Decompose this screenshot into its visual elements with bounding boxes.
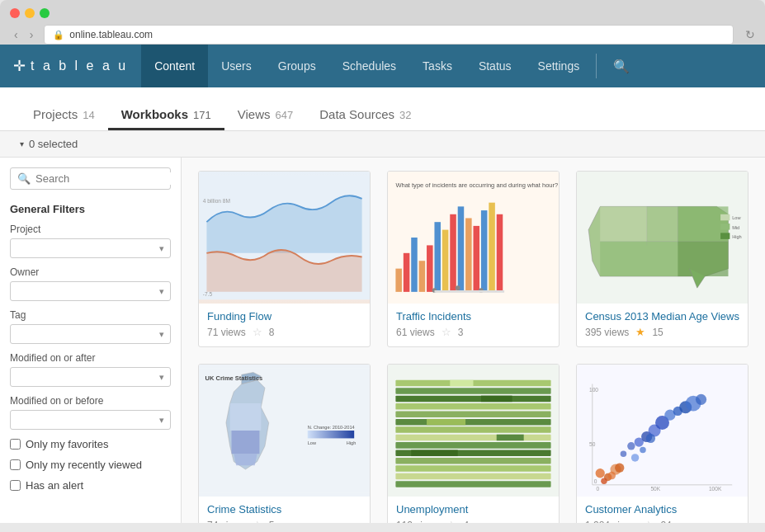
tab-projects-label: Projects <box>33 107 78 121</box>
card-title-customer-analytics[interactable]: Customer Analytics <box>585 503 739 516</box>
workbook-card-traffic-incidents[interactable]: What type of incidents are occurring and… <box>387 171 560 347</box>
svg-rect-14 <box>474 226 480 292</box>
svg-text:Mid: Mid <box>732 225 739 230</box>
project-select[interactable] <box>10 238 171 258</box>
card-title-funding-flow[interactable]: Funding Flow <box>207 310 361 322</box>
tab-workbooks[interactable]: Workbooks 171 <box>108 101 224 130</box>
modified-before-select[interactable] <box>10 410 171 430</box>
minimize-button[interactable] <box>25 8 35 18</box>
fav-count-funding-flow: 8 <box>269 327 275 338</box>
nav-item-content[interactable]: Content <box>141 45 208 87</box>
only-favorites-checkbox[interactable] <box>10 439 21 450</box>
nav-item-status[interactable]: Status <box>465 45 525 87</box>
views-customer-analytics: 1,284 views <box>585 520 637 524</box>
svg-text:100K: 100K <box>709 486 722 492</box>
tab-views-label: Views <box>238 107 271 121</box>
maximize-button[interactable] <box>40 8 50 18</box>
tag-select-wrapper <box>10 324 171 344</box>
svg-text:High: High <box>732 234 742 239</box>
svg-rect-8 <box>427 245 433 291</box>
workbook-card-census-2013[interactable]: Low Mid High Census 2013 Median Age View… <box>576 171 748 347</box>
address-bar[interactable]: 🔒 online.tableau.com <box>44 25 734 45</box>
tag-select[interactable] <box>10 324 171 344</box>
star-icon-funding-flow[interactable]: ☆ <box>253 326 262 338</box>
workbook-card-customer-analytics[interactable]: 0 50K 100K 0 50 100 Customer Analytics 1… <box>576 364 748 523</box>
card-title-census-2013[interactable]: Census 2013 Median Age Views <box>585 310 739 322</box>
svg-rect-49 <box>395 419 550 426</box>
nav-search-icon[interactable]: 🔍 <box>600 59 643 74</box>
recently-viewed-checkbox-item[interactable]: Only my recently viewed <box>10 459 171 471</box>
owner-select[interactable] <box>10 281 171 301</box>
workbook-thumb-funding-flow: 4 billion 8M -7.5 <box>199 172 370 304</box>
card-meta-funding-flow: 71 views ☆ 8 <box>207 326 361 338</box>
workbook-thumb-crime-statistics: UK Crime Statistics N. Change: 2010-2014 <box>199 365 370 497</box>
svg-point-76 <box>640 447 646 454</box>
svg-rect-32 <box>720 224 730 230</box>
star-icon-customer-analytics[interactable]: ☆ <box>644 519 654 523</box>
svg-text:Low: Low <box>732 215 741 220</box>
card-title-unemployment[interactable]: Unemployment <box>396 503 550 516</box>
svg-text:-7.5: -7.5 <box>203 291 213 297</box>
svg-point-81 <box>601 478 607 484</box>
tab-datasources[interactable]: Data Sources 32 <box>306 101 424 130</box>
svg-point-74 <box>696 394 706 405</box>
star-icon-unemployment[interactable]: ☆ <box>446 519 456 523</box>
svg-point-77 <box>646 434 655 443</box>
svg-rect-52 <box>395 442 550 449</box>
svg-rect-27 <box>600 206 646 241</box>
star-icon-census-2013[interactable]: ★ <box>635 326 645 338</box>
card-title-traffic-incidents[interactable]: Traffic Incidents <box>396 310 550 322</box>
back-button[interactable]: ‹ <box>10 26 22 43</box>
owner-label: Owner <box>10 266 171 278</box>
fav-count-unemployment: 4 <box>463 520 469 524</box>
has-alert-checkbox[interactable] <box>10 480 21 491</box>
workbook-card-funding-flow[interactable]: 4 billion 8M -7.5 Funding Flow 71 views … <box>198 171 371 347</box>
selected-bar[interactable]: ▾ 0 selected <box>0 131 765 158</box>
svg-text:50K: 50K <box>650 486 660 492</box>
tab-projects[interactable]: Projects 14 <box>20 101 108 130</box>
tab-views[interactable]: Views 647 <box>224 101 306 130</box>
card-meta-census-2013: 395 views ★ 15 <box>585 326 739 338</box>
url-text: online.tableau.com <box>69 29 153 40</box>
only-favorites-checkbox-item[interactable]: Only my favorites <box>10 438 171 450</box>
svg-text:4 billion 8M: 4 billion 8M <box>203 198 230 204</box>
tab-list: Projects 14 Workbooks 171 Views 647 Data… <box>20 101 745 130</box>
star-icon-traffic-incidents[interactable]: ☆ <box>442 326 451 338</box>
fav-count-customer-analytics: 24 <box>660 520 671 524</box>
close-button[interactable] <box>10 8 20 18</box>
svg-text:What type of incidents are occ: What type of incidents are occurring and… <box>395 181 558 189</box>
nav-item-schedules[interactable]: Schedules <box>329 45 409 87</box>
fav-count-crime-statistics: 5 <box>269 520 275 524</box>
browser-chrome: ‹ › 🔒 online.tableau.com ↻ <box>0 0 765 45</box>
views-unemployment: 112 views <box>396 520 440 524</box>
search-box[interactable]: 🔍 <box>10 167 171 190</box>
svg-rect-45 <box>395 388 550 394</box>
tab-datasources-label: Data Sources <box>319 107 394 121</box>
svg-rect-61 <box>497 435 524 441</box>
svg-rect-51 <box>395 435 550 441</box>
card-info-unemployment: Unemployment 112 views ☆ 4 <box>388 497 559 523</box>
workbook-card-crime-statistics[interactable]: UK Crime Statistics N. Change: 2010-2014 <box>198 364 371 523</box>
recently-viewed-checkbox[interactable] <box>10 459 21 470</box>
nav-item-tasks[interactable]: Tasks <box>409 45 465 87</box>
svg-rect-31 <box>720 214 730 221</box>
svg-rect-11 <box>450 214 456 292</box>
svg-rect-58 <box>450 380 473 387</box>
svg-rect-46 <box>395 396 550 403</box>
search-input[interactable] <box>35 172 174 185</box>
workbook-card-unemployment[interactable]: Unemployment 112 views ☆ 4 <box>387 364 560 523</box>
card-title-crime-statistics[interactable]: Crime Statistics <box>207 503 361 516</box>
modified-after-select[interactable] <box>10 367 171 387</box>
svg-rect-62 <box>411 450 457 457</box>
nav-item-users[interactable]: Users <box>208 45 265 87</box>
tab-projects-count: 14 <box>83 109 94 121</box>
has-alert-checkbox-item[interactable]: Has an alert <box>10 479 171 492</box>
star-icon-crime-statistics[interactable]: ☆ <box>253 519 262 523</box>
svg-point-75 <box>631 454 639 461</box>
refresh-button[interactable]: ↻ <box>745 28 755 41</box>
card-info-crime-statistics: Crime Statistics 74 views ☆ 5 <box>199 497 370 523</box>
nav-item-groups[interactable]: Groups <box>265 45 329 87</box>
card-meta-traffic-incidents: 61 views ☆ 3 <box>396 326 550 338</box>
forward-button[interactable]: › <box>26 26 38 43</box>
nav-item-settings[interactable]: Settings <box>525 45 593 87</box>
